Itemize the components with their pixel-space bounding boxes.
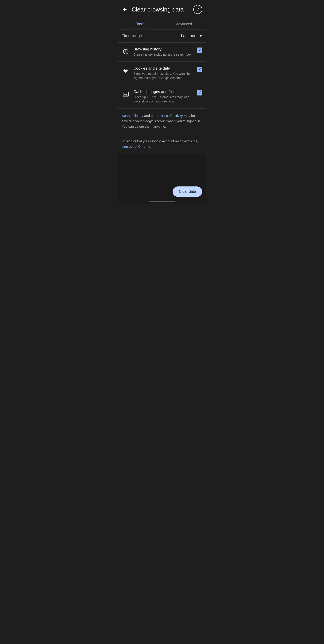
time-range-label: Time range <box>122 34 142 38</box>
other-activity-link[interactable]: other forms of activity <box>151 114 183 118</box>
cookies-desc: Signs you out of most sites. You won't b… <box>133 72 193 80</box>
svg-point-1 <box>126 69 127 70</box>
info-section: Search history and other forms of activi… <box>118 108 206 134</box>
help-button[interactable]: ? <box>193 5 202 14</box>
sign-out-prefix: To sign out of your Google Account on al… <box>122 139 198 143</box>
browsing-history-checkbox[interactable]: ✓ <box>197 48 202 53</box>
sign-out-section: To sign out of your Google Account on al… <box>118 134 206 154</box>
info-middle-text: and <box>143 114 151 118</box>
cached-desc: Frees up 15.7 MB. Some sites may load mo… <box>133 95 193 104</box>
cookie-icon <box>122 67 130 75</box>
option-cookies[interactable]: Cookies and site data Signs you out of m… <box>118 62 206 85</box>
search-history-link[interactable]: Search history <box>122 114 143 118</box>
cached-checkbox[interactable]: ✓ <box>197 90 202 96</box>
tab-basic[interactable]: Basic <box>118 19 162 29</box>
clock-icon <box>122 48 130 56</box>
help-icon: ? <box>197 7 199 12</box>
cookies-checkbox[interactable]: ✓ <box>197 67 202 72</box>
back-button[interactable] <box>120 4 130 14</box>
option-cached[interactable]: Cached images and files Frees up 15.7 MB… <box>118 85 206 108</box>
browsing-history-title: Browsing history <box>133 47 193 52</box>
option-browsing-history[interactable]: Browsing history Clears history, includi… <box>118 42 206 62</box>
sign-out-suffix: . <box>150 144 151 148</box>
check-icon: ✓ <box>198 91 201 94</box>
sign-out-chrome-link[interactable]: sign out of Chrome <box>122 144 150 148</box>
cookies-content: Cookies and site data Signs you out of m… <box>133 66 193 80</box>
header-left: Clear browsing data <box>120 4 184 14</box>
svg-point-5 <box>125 72 126 73</box>
home-indicator <box>148 201 176 202</box>
cached-title: Cached images and files <box>133 90 193 94</box>
image-icon <box>122 90 130 98</box>
browsing-history-content: Browsing history Clears history, includi… <box>133 47 193 57</box>
page-title: Clear browsing data <box>132 6 184 13</box>
time-range-row: Time range Last hour ▼ <box>118 30 206 42</box>
time-range-value: Last hour <box>181 34 198 38</box>
tabs-container: Basic Advanced <box>118 19 206 30</box>
check-icon: ✓ <box>198 48 201 52</box>
browsing-history-desc: Clears history, including in the search … <box>133 52 193 57</box>
cached-content: Cached images and files Frees up 15.7 MB… <box>133 90 193 104</box>
cookies-title: Cookies and site data <box>133 66 193 71</box>
time-range-select[interactable]: Last hour ▼ <box>181 34 202 38</box>
clear-data-button[interactable]: Clear data <box>173 186 202 197</box>
dropdown-arrow-icon: ▼ <box>199 34 202 38</box>
check-icon: ✓ <box>198 68 201 71</box>
tab-advanced[interactable]: Advanced <box>162 19 206 29</box>
header: Clear browsing data ? <box>118 0 206 18</box>
bottom-area: Clear data <box>118 154 206 204</box>
